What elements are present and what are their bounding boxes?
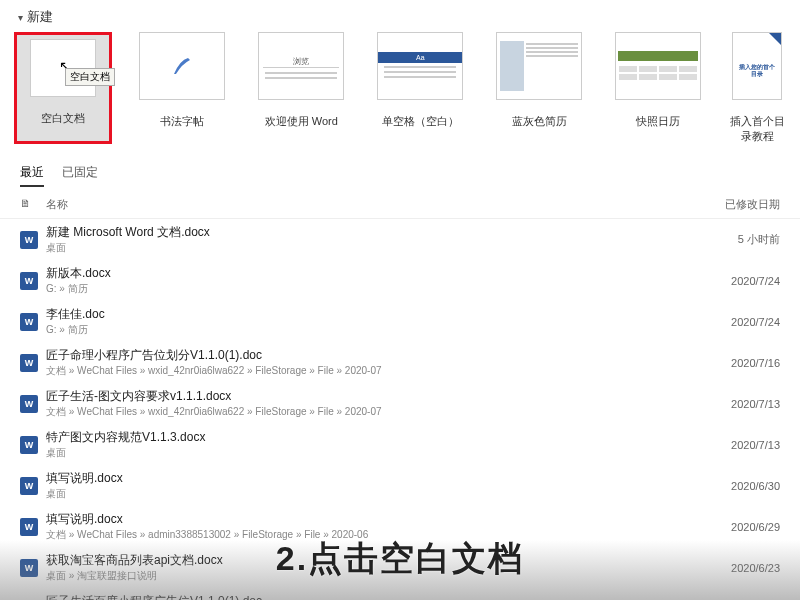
file-name: 匠子生活-图文内容要求v1.1.1.docx	[46, 388, 708, 405]
file-info: 李佳佳.docG: » 简历	[46, 306, 708, 337]
date-column-header: 已修改日期	[708, 197, 780, 212]
file-path: 桌面	[46, 241, 708, 255]
file-info: 特产图文内容规范V1.1.3.docx桌面	[46, 429, 708, 460]
file-info: 填写说明.docx桌面	[46, 470, 708, 501]
file-date: 2020/7/24	[708, 275, 780, 287]
file-info: 新版本.docxG: » 简历	[46, 265, 708, 296]
template-label: 蓝灰色简历	[491, 114, 588, 129]
name-column-header: 名称	[46, 197, 708, 212]
file-list-header: 🗎 名称 已修改日期	[0, 187, 800, 219]
word-file-icon: W	[20, 395, 46, 413]
file-name: 填写说明.docx	[46, 470, 708, 487]
instruction-overlay: 2.点击空白文档	[276, 536, 524, 582]
file-row[interactable]: W新版本.docxG: » 简历2020/7/24	[0, 260, 800, 301]
template-gallery: ↖ 空白文档 空白文档 书法字帖 浏览 欢迎使用 Word Aa 单空格（空白）…	[0, 32, 800, 164]
template-label: 空白文档	[21, 111, 105, 126]
file-name: 李佳佳.doc	[46, 306, 708, 323]
word-file-icon: W	[20, 518, 46, 536]
file-info: 匠子生活-图文内容要求v1.1.1.docx文档 » WeChat Files …	[46, 388, 708, 419]
word-file-icon: W	[20, 559, 46, 577]
file-info: 新建 Microsoft Word 文档.docx桌面	[46, 224, 708, 255]
template-toc-tutorial[interactable]: 插入您的首个目录 插入首个目录教程	[729, 32, 786, 144]
file-date: 2020/6/29	[708, 521, 780, 533]
file-name: 新版本.docx	[46, 265, 708, 282]
file-path: 文档 » WeChat Files » wxid_42nr0ia6lwa622 …	[46, 364, 708, 378]
tab-pinned[interactable]: 已固定	[62, 164, 98, 187]
template-thumb	[615, 32, 701, 100]
file-path: 桌面	[46, 487, 708, 501]
word-file-icon: W	[20, 436, 46, 454]
template-thumb	[496, 32, 582, 100]
word-file-icon: W	[20, 272, 46, 290]
template-tooltip: 空白文档	[65, 68, 115, 86]
template-thumb: 浏览	[258, 32, 344, 100]
template-label: 单空格（空白）	[372, 114, 469, 129]
chevron-down-icon: ▾	[18, 12, 23, 23]
file-date: 2020/6/30	[708, 480, 780, 492]
file-row[interactable]: W匠子命理小程序广告位划分V1.1.0(1).doc文档 » WeChat Fi…	[0, 342, 800, 383]
tab-recent[interactable]: 最近	[20, 164, 44, 187]
template-label: 插入首个目录教程	[729, 114, 786, 144]
file-name: 填写说明.docx	[46, 511, 708, 528]
template-calendar[interactable]: 快照日历	[610, 32, 707, 144]
section-title: 新建	[27, 8, 53, 26]
section-header: ▾ 新建	[0, 0, 800, 32]
template-thumb: ↖ 空白文档	[30, 39, 96, 97]
word-file-icon: W	[20, 354, 46, 372]
recent-tabs: 最近 已固定	[0, 164, 800, 187]
file-row[interactable]: W特产图文内容规范V1.1.3.docx桌面2020/7/13	[0, 424, 800, 465]
file-name: 特产图文内容规范V1.1.3.docx	[46, 429, 708, 446]
file-info: 匠子命理小程序广告位划分V1.1.0(1).doc文档 » WeChat Fil…	[46, 347, 708, 378]
file-date: 2020/6/23	[708, 562, 780, 574]
file-icon-header: 🗎	[20, 197, 46, 212]
file-name: 新建 Microsoft Word 文档.docx	[46, 224, 708, 241]
file-path: G: » 简历	[46, 282, 708, 296]
word-file-icon: W	[20, 477, 46, 495]
file-path: 文档 » WeChat Files » wxid_42nr0ia6lwa622 …	[46, 405, 708, 419]
file-row[interactable]: W李佳佳.docG: » 简历2020/7/24	[0, 301, 800, 342]
file-row[interactable]: W匠子生活百度小程序广告位V1.1.0(1).doc文档 » WeChat Fi…	[0, 588, 800, 600]
template-label: 快照日历	[610, 114, 707, 129]
word-file-icon: W	[20, 313, 46, 331]
template-resume[interactable]: 蓝灰色简历	[491, 32, 588, 144]
template-single-space[interactable]: Aa 单空格（空白）	[372, 32, 469, 144]
file-name: 匠子生活百度小程序广告位V1.1.0(1).doc	[46, 593, 708, 600]
file-path: 桌面	[46, 446, 708, 460]
file-name: 匠子命理小程序广告位划分V1.1.0(1).doc	[46, 347, 708, 364]
file-date: 2020/7/13	[708, 439, 780, 451]
word-file-icon: W	[20, 231, 46, 249]
template-label: 书法字帖	[134, 114, 231, 129]
template-thumb: Aa	[377, 32, 463, 100]
file-date: 2020/7/13	[708, 398, 780, 410]
file-date: 2020/7/16	[708, 357, 780, 369]
file-info: 匠子生活百度小程序广告位V1.1.0(1).doc文档 » WeChat Fil…	[46, 593, 708, 600]
file-row[interactable]: W新建 Microsoft Word 文档.docx桌面5 小时前	[0, 219, 800, 260]
template-thumb: 插入您的首个目录	[732, 32, 782, 100]
template-thumb	[139, 32, 225, 100]
file-path: G: » 简历	[46, 323, 708, 337]
template-blank-document[interactable]: ↖ 空白文档 空白文档	[14, 32, 112, 144]
template-calligraphy[interactable]: 书法字帖	[134, 32, 231, 144]
file-row[interactable]: W匠子生活-图文内容要求v1.1.1.docx文档 » WeChat Files…	[0, 383, 800, 424]
template-label: 欢迎使用 Word	[253, 114, 350, 129]
file-date: 5 小时前	[708, 232, 780, 247]
file-row[interactable]: W填写说明.docx桌面2020/6/30	[0, 465, 800, 506]
template-welcome-word[interactable]: 浏览 欢迎使用 Word	[253, 32, 350, 144]
file-date: 2020/7/24	[708, 316, 780, 328]
